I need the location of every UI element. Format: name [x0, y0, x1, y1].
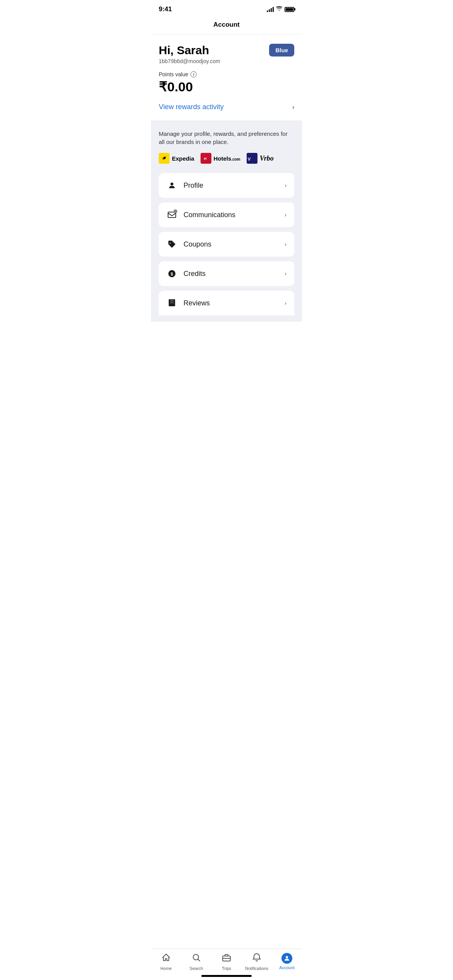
gray-section: Manage your profile, rewards, and prefer… — [151, 120, 302, 322]
profile-label: Profile — [184, 182, 203, 190]
wifi-icon — [276, 6, 282, 12]
rewards-link[interactable]: View rewards activity › — [159, 101, 294, 113]
vrbo-brand: V Vrbo — [247, 153, 274, 164]
menu-item-coupons[interactable]: Coupons › — [159, 232, 294, 257]
svg-text:$: $ — [171, 272, 173, 276]
tag-icon — [166, 239, 177, 250]
credits-arrow-icon: › — [285, 271, 287, 277]
status-time: 9:41 — [159, 5, 172, 13]
mail-icon — [166, 209, 177, 220]
svg-text:H: H — [204, 156, 206, 161]
hotels-label: Hotels.com — [214, 155, 240, 162]
menu-item-comm-left: Communications — [166, 209, 235, 220]
expedia-label: Expedia — [172, 155, 194, 162]
expedia-brand: ✈ Expedia — [159, 153, 194, 164]
comm-badge — [173, 209, 177, 213]
menu-item-coupons-left: Coupons — [166, 239, 211, 250]
vrbo-logo: V — [247, 153, 257, 164]
communications-arrow-icon: › — [285, 212, 287, 218]
svg-point-6 — [170, 183, 173, 185]
vrbo-label: Vrbo — [260, 154, 274, 163]
svg-point-8 — [170, 243, 171, 244]
reviews-arrow-icon: › — [285, 300, 287, 306]
reviews-label: Reviews — [184, 299, 210, 307]
menu-item-credits[interactable]: $ Credits › — [159, 261, 294, 286]
points-label-text: Points value — [159, 71, 188, 77]
page-header: Account — [151, 16, 302, 34]
user-info: Hi, Sarah 1bb79b6d@moodjoy.com — [159, 44, 220, 64]
svg-text:V: V — [248, 157, 251, 161]
coupons-label: Coupons — [184, 240, 211, 248]
menu-item-profile[interactable]: Profile › — [159, 173, 294, 198]
status-bar: 9:41 — [151, 0, 302, 16]
svg-text:✈: ✈ — [162, 157, 165, 161]
menu-item-reviews[interactable]: Reviews › — [159, 291, 294, 315]
hero-top: Hi, Sarah 1bb79b6d@moodjoy.com Blue — [159, 44, 294, 64]
greeting: Hi, Sarah — [159, 44, 220, 57]
status-icons — [267, 6, 294, 12]
info-icon[interactable]: i — [190, 71, 197, 77]
manage-description: Manage your profile, rewards, and prefer… — [159, 130, 294, 146]
user-email: 1bb79b6d@moodjoy.com — [159, 58, 220, 64]
hotels-logo: H — [201, 153, 211, 164]
communications-label: Communications — [184, 211, 235, 219]
hotels-brand: H Hotels.com — [201, 153, 240, 164]
page-title: Account — [213, 21, 240, 28]
profile-arrow-icon: › — [285, 182, 287, 188]
hero-section: Hi, Sarah 1bb79b6d@moodjoy.com Blue Poin… — [151, 34, 302, 120]
menu-item-profile-left: Profile — [166, 180, 203, 191]
person-icon — [166, 180, 177, 191]
points-value: ₹0.00 — [159, 79, 294, 94]
menu-item-communications[interactable]: Communications › — [159, 202, 294, 227]
signal-icon — [267, 7, 274, 12]
menu-item-credits-left: $ Credits — [166, 268, 206, 279]
points-label-row: Points value i — [159, 71, 294, 77]
coupons-arrow-icon: › — [285, 241, 287, 247]
credits-label: Credits — [184, 270, 206, 278]
tier-badge[interactable]: Blue — [269, 44, 294, 57]
menu-list: Profile › Communications › — [159, 173, 294, 315]
menu-item-reviews-left: Reviews — [166, 298, 210, 308]
bookmark-icon — [166, 298, 177, 308]
rewards-link-text: View rewards activity — [159, 103, 224, 111]
expedia-logo: ✈ — [159, 153, 170, 164]
battery-icon — [285, 7, 294, 12]
dollar-icon: $ — [166, 268, 177, 279]
brands-row: ✈ Expedia H Hotels.com V Vrbo — [159, 153, 294, 164]
rewards-link-arrow-icon: › — [292, 104, 294, 111]
